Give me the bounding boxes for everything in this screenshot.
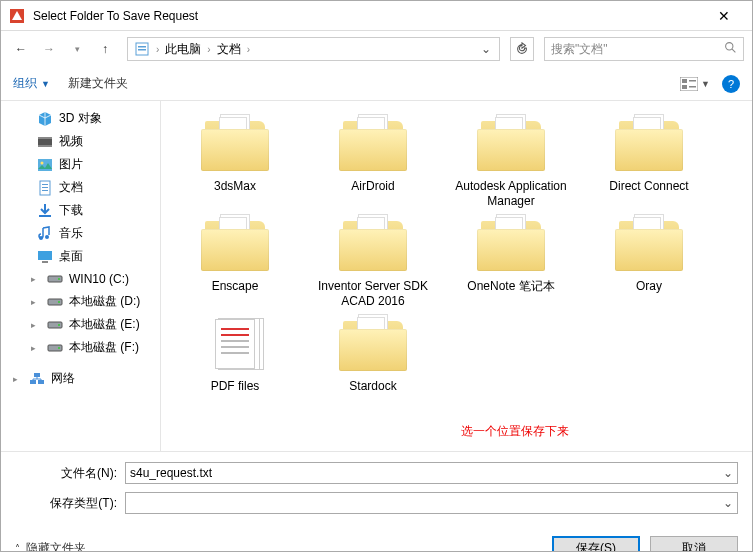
- window-title: Select Folder To Save Request: [33, 9, 704, 23]
- sidebar-item-label: 音乐: [59, 225, 83, 242]
- address-bar[interactable]: › 此电脑 › 文档 › ⌄: [127, 37, 500, 61]
- file-list[interactable]: 3dsMaxAirDroidAutodesk Application Manag…: [161, 101, 752, 451]
- svg-rect-14: [38, 159, 52, 171]
- filename-dropdown[interactable]: ⌄: [717, 466, 733, 480]
- organize-menu[interactable]: 组织 ▼: [13, 75, 50, 92]
- folder-item[interactable]: Inventor Server SDK ACAD 2016: [309, 215, 437, 309]
- svg-rect-3: [138, 49, 146, 51]
- filename-input[interactable]: ⌄: [125, 462, 738, 484]
- sidebar-item-network[interactable]: ▸ 网络: [1, 367, 160, 390]
- folder-icon: [613, 115, 685, 173]
- sidebar-item[interactable]: 下载: [1, 199, 160, 222]
- desktop-icon: [37, 249, 53, 265]
- back-button[interactable]: ←: [9, 37, 33, 61]
- svg-point-21: [39, 236, 43, 240]
- sidebar-item[interactable]: 视频: [1, 130, 160, 153]
- sidebar-item-label: 网络: [51, 370, 75, 387]
- new-folder-button[interactable]: 新建文件夹: [68, 75, 128, 92]
- svg-rect-37: [30, 380, 36, 384]
- drive-icon: [47, 271, 63, 287]
- svg-rect-8: [682, 85, 687, 89]
- svg-rect-19: [42, 190, 48, 191]
- expand-icon[interactable]: ▸: [31, 274, 41, 284]
- chevron-up-icon: ˄: [15, 543, 20, 553]
- music-icon: [37, 226, 53, 242]
- svg-rect-17: [42, 184, 48, 185]
- folder-label: Autodesk Application Manager: [447, 179, 575, 209]
- chevron-right-icon[interactable]: ›: [205, 44, 212, 55]
- svg-rect-10: [689, 86, 696, 88]
- filetype-value[interactable]: [130, 496, 717, 510]
- folder-icon: [337, 115, 409, 173]
- sidebar-item[interactable]: 图片: [1, 153, 160, 176]
- folder-icon: [337, 315, 409, 373]
- cancel-button[interactable]: 取消: [650, 536, 738, 552]
- sidebar-item[interactable]: 音乐: [1, 222, 160, 245]
- help-button[interactable]: ?: [722, 75, 740, 93]
- svg-rect-38: [38, 380, 44, 384]
- expand-icon[interactable]: ▸: [31, 320, 41, 330]
- address-dropdown[interactable]: ⌄: [475, 42, 497, 56]
- recent-dropdown[interactable]: ▾: [65, 37, 89, 61]
- documents-icon: [37, 180, 53, 196]
- folder-item[interactable]: Enscape: [171, 215, 299, 309]
- folder-label: Inventor Server SDK ACAD 2016: [309, 279, 437, 309]
- folder-icon: [475, 115, 547, 173]
- folder-icon: [199, 115, 271, 173]
- app-icon: [9, 8, 25, 24]
- search-input[interactable]: 搜索"文档": [544, 37, 744, 61]
- save-form: 文件名(N): ⌄ 保存类型(T): ⌄: [1, 451, 752, 528]
- svg-point-27: [58, 278, 60, 280]
- view-mode-button[interactable]: ▼: [680, 77, 710, 91]
- folder-item[interactable]: AirDroid: [309, 115, 437, 209]
- filetype-select[interactable]: ⌄: [125, 492, 738, 514]
- svg-point-15: [41, 161, 44, 164]
- sidebar-item[interactable]: ▸本地磁盘 (E:): [1, 313, 160, 336]
- sidebar-item-label: 本地磁盘 (F:): [69, 339, 139, 356]
- breadcrumb-segment[interactable]: 文档: [213, 41, 245, 58]
- up-button[interactable]: ↑: [93, 37, 117, 61]
- sidebar-item-label: 桌面: [59, 248, 83, 265]
- folder-label: Stardock: [349, 379, 396, 394]
- folder-item[interactable]: Stardock: [309, 315, 437, 394]
- svg-rect-18: [42, 187, 48, 188]
- svg-point-36: [58, 347, 60, 349]
- folder-item[interactable]: PDF files: [171, 315, 299, 394]
- sidebar-item[interactable]: 3D 对象: [1, 107, 160, 130]
- drive-icon: [47, 294, 63, 310]
- svg-rect-12: [38, 137, 52, 139]
- folder-item[interactable]: Direct Connect: [585, 115, 713, 209]
- filename-value[interactable]: [130, 466, 717, 480]
- sidebar-item[interactable]: ▸本地磁盘 (D:): [1, 290, 160, 313]
- refresh-button[interactable]: [510, 37, 534, 61]
- sidebar-item[interactable]: ▸WIN10 (C:): [1, 268, 160, 290]
- annotation-text: 选一个位置保存下来: [461, 423, 569, 440]
- sidebar-item[interactable]: ▸本地磁盘 (F:): [1, 336, 160, 359]
- drive-icon: [47, 317, 63, 333]
- svg-rect-39: [34, 373, 40, 377]
- expand-icon[interactable]: ▸: [13, 374, 23, 384]
- breadcrumb-root[interactable]: 此电脑: [161, 41, 205, 58]
- save-button[interactable]: 保存(S): [552, 536, 640, 552]
- svg-point-4: [726, 43, 733, 50]
- filetype-dropdown[interactable]: ⌄: [717, 496, 733, 510]
- svg-rect-9: [689, 80, 696, 82]
- svg-rect-20: [39, 215, 51, 217]
- footer: ˄ 隐藏文件夹 保存(S) 取消: [1, 528, 752, 552]
- forward-button[interactable]: →: [37, 37, 61, 61]
- close-button[interactable]: ✕: [704, 8, 744, 24]
- chevron-right-icon[interactable]: ›: [154, 44, 161, 55]
- folder-item[interactable]: 3dsMax: [171, 115, 299, 209]
- expand-icon[interactable]: ▸: [31, 343, 41, 353]
- hide-folders-toggle[interactable]: ˄ 隐藏文件夹: [15, 540, 86, 553]
- expand-icon[interactable]: ▸: [31, 297, 41, 307]
- sidebar-item-label: 文档: [59, 179, 83, 196]
- chevron-right-icon[interactable]: ›: [245, 44, 252, 55]
- svg-point-30: [58, 301, 60, 303]
- folder-item[interactable]: OneNote 笔记本: [447, 215, 575, 309]
- folder-item[interactable]: Autodesk Application Manager: [447, 115, 575, 209]
- folder-item[interactable]: Oray: [585, 215, 713, 309]
- folder-label: 3dsMax: [214, 179, 256, 194]
- sidebar-item[interactable]: 桌面: [1, 245, 160, 268]
- sidebar-item[interactable]: 文档: [1, 176, 160, 199]
